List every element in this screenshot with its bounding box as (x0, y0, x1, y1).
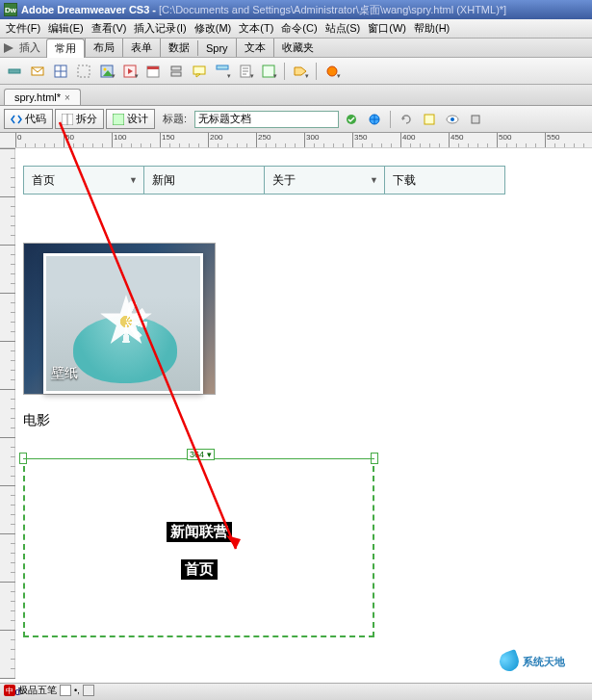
menu-modify[interactable]: 修改(M) (191, 19, 236, 38)
split-view-button[interactable]: 拆分 (55, 109, 104, 129)
tab-layout[interactable]: 布局 (85, 39, 122, 57)
menu-help[interactable]: 帮助(H) (410, 19, 453, 38)
text-movie[interactable]: 电影 (23, 412, 592, 429)
svg-rect-1 (9, 69, 20, 73)
document-tabs: spry.html* × (0, 85, 592, 106)
menu-item-about[interactable]: 关于▼ (264, 166, 385, 194)
comment-icon[interactable] (189, 62, 210, 81)
date-icon[interactable] (142, 62, 164, 81)
menu-view[interactable]: 查看(V) (88, 19, 131, 38)
menubar: 文件(F) 编辑(E) 查看(V) 插入记录(I) 修改(M) 文本(T) 命令… (0, 19, 592, 39)
watermark: 系统天地 (500, 650, 584, 673)
menu-edit[interactable]: 编辑(E) (44, 19, 88, 38)
tab-fav[interactable]: 收藏夹 (273, 39, 322, 57)
tab-forms[interactable]: 表单 (122, 39, 160, 57)
server-icon[interactable] (166, 62, 187, 81)
svg-marker-0 (4, 43, 13, 53)
chevron-down-icon: ▼ (370, 175, 378, 185)
doc-tab[interactable]: spry.html* × (4, 89, 81, 105)
width-indicator: 364 ▾ (23, 451, 374, 466)
menu-file[interactable]: 文件(F) (2, 19, 44, 38)
file-mgmt-icon[interactable] (419, 110, 440, 129)
close-icon[interactable]: × (64, 92, 70, 103)
email-icon[interactable] (27, 62, 48, 81)
menu-text[interactable]: 文本(T) (235, 19, 277, 38)
hyperlink-icon[interactable] (4, 62, 25, 81)
doc-tab-label: spry.html* (14, 91, 61, 103)
image-placeholder[interactable]: 壁纸 (23, 243, 216, 395)
menu-item-news[interactable]: 新闻 (143, 166, 265, 194)
table-icon[interactable] (50, 62, 71, 81)
tab-data[interactable]: 数据 (160, 39, 197, 57)
svg-point-8 (104, 67, 107, 70)
div-body[interactable]: 新闻联营 首页 (23, 466, 374, 637)
menu-commands[interactable]: 命令(C) (277, 19, 321, 38)
svg-rect-14 (171, 66, 181, 70)
tab-common[interactable]: 常用 (46, 39, 85, 58)
selected-div[interactable]: 364 ▾ 新闻联营 首页 (23, 451, 374, 637)
ime-keyboard-icon[interactable] (83, 685, 94, 696)
svg-rect-32 (472, 116, 479, 123)
menu-item-download[interactable]: 下载 (384, 166, 505, 194)
check-icon[interactable] (341, 110, 362, 129)
chevron-down-icon: ▼ (129, 175, 138, 185)
vertical-ruler (0, 148, 15, 679)
selected-text-2[interactable]: 首页 (181, 559, 218, 580)
flower-graphic (99, 295, 153, 349)
insert-icons (0, 58, 592, 85)
separator (284, 63, 285, 80)
ime-btn[interactable] (60, 685, 71, 696)
watermark-icon (497, 649, 522, 674)
app-icon: Dw (4, 3, 17, 16)
insert-label: 插入 (19, 40, 40, 55)
browser-icon[interactable] (364, 110, 385, 129)
code-view-button[interactable]: 代码 (4, 109, 53, 129)
title-label: 标题: (163, 112, 187, 126)
tag-icon[interactable] (290, 62, 311, 81)
doc-path: [C:\Documents and Settings\Administrator… (159, 3, 506, 17)
tab-spry[interactable]: Spry (197, 40, 236, 56)
template-icon[interactable] (258, 62, 279, 81)
tab-text[interactable]: 文本 (236, 39, 273, 57)
svg-rect-25 (113, 114, 124, 125)
ime-bar: 中 极品五笔 •, (4, 683, 94, 698)
spry-icon[interactable] (322, 62, 343, 81)
selected-text-1[interactable]: 新闻联营 (167, 522, 232, 542)
refresh-icon[interactable] (396, 110, 417, 129)
horizontal-ruler: 050100150200250300350400450500550 (0, 133, 592, 148)
svg-rect-20 (263, 65, 274, 77)
design-view-button[interactable]: 设计 (106, 109, 155, 129)
head-icon[interactable] (212, 62, 233, 81)
script-icon[interactable] (235, 62, 256, 81)
page-body[interactable]: 首页▼ 新闻 关于▼ 下载 壁纸 电影 364 ▾ 新闻联营 首页 (15, 148, 592, 679)
svg-point-31 (450, 117, 454, 121)
width-value: 364 ▾ (187, 449, 215, 460)
handle-right[interactable] (371, 453, 378, 464)
design-canvas: 首页▼ 新闻 关于▼ 下载 壁纸 电影 364 ▾ 新闻联营 首页 (0, 148, 592, 679)
ime-icon[interactable]: 中 (4, 685, 15, 696)
div-icon[interactable] (73, 62, 94, 81)
image-icon[interactable] (96, 62, 117, 81)
svg-rect-6 (78, 65, 90, 77)
svg-rect-13 (147, 66, 159, 69)
media-icon[interactable] (119, 62, 141, 81)
svg-marker-21 (295, 67, 306, 75)
menu-item-home[interactable]: 首页▼ (23, 166, 144, 194)
title-input[interactable] (194, 111, 339, 128)
options-icon[interactable] (465, 110, 486, 129)
menu-window[interactable]: 窗口(W) (364, 19, 410, 38)
panel-collapse-icon[interactable] (4, 43, 13, 53)
image-caption: 壁纸 (51, 365, 78, 382)
svg-rect-16 (193, 66, 205, 74)
spry-menubar[interactable]: 首页▼ 新闻 关于▼ 下载 (23, 166, 592, 194)
app-name: Adobe Dreamweaver CS3 (21, 4, 149, 15)
ime-punct[interactable]: •, (74, 686, 80, 695)
titlebar: Dw Adobe Dreamweaver CS3 - [C:\Documents… (0, 0, 592, 19)
separator (390, 111, 391, 128)
preview-icon[interactable] (442, 110, 463, 129)
menu-site[interactable]: 站点(S) (322, 19, 365, 38)
menu-insert[interactable]: 插入记录(I) (130, 19, 190, 38)
insert-bar: 插入 常用 布局 表单 数据 Spry 文本 收藏夹 (0, 39, 592, 58)
svg-marker-17 (196, 74, 200, 77)
watermark-text: 系统天地 (523, 655, 565, 669)
